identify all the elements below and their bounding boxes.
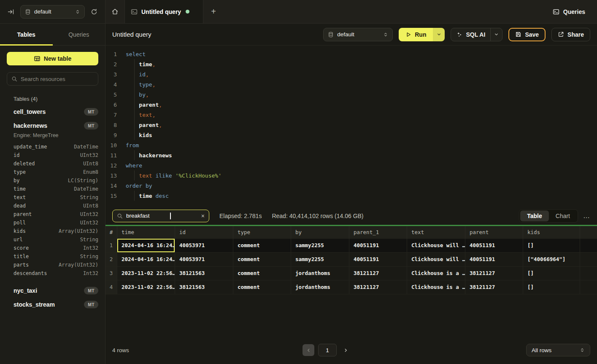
- table-cell[interactable]: jordanthoms: [291, 267, 349, 280]
- table-item-stocks_stream[interactable]: stocks_streamMT: [0, 297, 105, 311]
- table-cell[interactable]: comment: [233, 253, 291, 266]
- table-cell[interactable]: 2024-04-16 16:24…: [117, 239, 175, 252]
- table-cell[interactable]: 40053971: [175, 253, 233, 266]
- new-tab-button[interactable]: +: [203, 0, 224, 23]
- table-cell[interactable]: Clickhouse will …: [407, 253, 465, 266]
- sidebar-database-selector[interactable]: default: [20, 5, 85, 19]
- column-header-#[interactable]: #: [105, 226, 117, 239]
- column-row-parts[interactable]: partsArray(UInt32): [0, 261, 105, 269]
- table-cell[interactable]: Clickhouse is a …: [407, 267, 465, 280]
- column-header-time[interactable]: time: [117, 226, 175, 239]
- code-line-10[interactable]: 10from: [105, 140, 597, 150]
- save-button[interactable]: Save: [508, 28, 546, 41]
- code-line-12[interactable]: 12where: [105, 160, 597, 170]
- column-header-id[interactable]: id: [175, 226, 233, 239]
- code-line-15[interactable]: 15 time desc: [105, 191, 597, 201]
- column-header-type[interactable]: type: [233, 226, 291, 239]
- more-options-button[interactable]: …: [583, 212, 590, 220]
- column-row-score[interactable]: scoreInt32: [0, 244, 105, 252]
- table-cell[interactable]: jordanthoms: [291, 280, 349, 294]
- table-cell[interactable]: 40051191: [465, 253, 523, 266]
- next-page-button[interactable]: [340, 344, 351, 356]
- sql-editor[interactable]: 1select2 time,3 id,4 type,5 by,6 parent,…: [105, 46, 597, 207]
- table-cell[interactable]: 2024-04-16 16:24…: [117, 253, 175, 266]
- column-header-parent[interactable]: parent: [465, 226, 523, 239]
- table-item-cell_towers[interactable]: cell_towersMT: [0, 105, 105, 119]
- sidebar-tab-queries[interactable]: Queries: [53, 24, 105, 45]
- column-header-by[interactable]: by: [291, 226, 349, 239]
- table-cell[interactable]: 38121127: [349, 280, 407, 294]
- code-line-2[interactable]: 2 time,: [105, 59, 597, 69]
- table-cell[interactable]: 40051191: [465, 239, 523, 252]
- table-cell[interactable]: comment: [233, 239, 291, 252]
- table-cell[interactable]: 38121127: [349, 267, 407, 280]
- column-row-url[interactable]: urlString: [0, 235, 105, 244]
- resource-search-input[interactable]: [21, 76, 94, 82]
- table-cell[interactable]: comment: [233, 280, 291, 294]
- results-filter[interactable]: ×: [112, 210, 209, 222]
- column-row-parent[interactable]: parentUInt32: [0, 210, 105, 218]
- queries-button[interactable]: Queries: [548, 0, 597, 23]
- refresh-button[interactable]: [89, 7, 99, 17]
- view-tab-table[interactable]: Table: [520, 210, 549, 221]
- column-row-text[interactable]: textString: [0, 193, 105, 202]
- table-cell[interactable]: Clickhouse is a …: [407, 280, 465, 294]
- column-row-update_time[interactable]: update_timeDateTime: [0, 143, 105, 151]
- table-cell[interactable]: 38121563: [175, 280, 233, 294]
- table-cell[interactable]: []: [523, 267, 580, 280]
- table-cell[interactable]: 38121127: [465, 280, 523, 294]
- table-cell[interactable]: 2023-11-02 22:56…: [117, 267, 175, 280]
- prev-page-button[interactable]: [303, 344, 314, 356]
- table-cell[interactable]: sammy2255: [291, 239, 349, 252]
- page-size-selector[interactable]: All rows: [526, 344, 590, 356]
- column-row-dead[interactable]: deadUInt8: [0, 202, 105, 210]
- view-tab-chart[interactable]: Chart: [549, 210, 577, 221]
- table-cell[interactable]: 40051191: [349, 239, 407, 252]
- table-item-nyc_taxi[interactable]: nyc_taxiMT: [0, 283, 105, 297]
- code-line-3[interactable]: 3 id,: [105, 69, 597, 79]
- table-cell[interactable]: 38121563: [175, 267, 233, 280]
- code-line-9[interactable]: 9 kids: [105, 130, 597, 140]
- column-row-by[interactable]: byLC(String): [0, 176, 105, 185]
- new-table-button[interactable]: New table: [7, 52, 98, 65]
- results-filter-input[interactable]: [126, 213, 185, 219]
- code-line-8[interactable]: 8 parent,: [105, 120, 597, 130]
- table-cell[interactable]: 40053971: [175, 239, 233, 252]
- table-cell[interactable]: 2023-11-02 22:56…: [117, 280, 175, 294]
- code-line-7[interactable]: 7 text,: [105, 110, 597, 120]
- table-item-hackernews[interactable]: hackernewsMT: [0, 119, 105, 132]
- column-row-poll[interactable]: pollUInt32: [0, 218, 105, 227]
- table-cell[interactable]: []: [523, 280, 580, 294]
- page-number-input[interactable]: 1: [318, 344, 337, 356]
- column-header-parent_1[interactable]: parent_1: [349, 226, 407, 239]
- column-row-time[interactable]: timeDateTime: [0, 185, 105, 193]
- home-button[interactable]: [105, 0, 125, 23]
- column-row-type[interactable]: typeEnum8: [0, 168, 105, 176]
- collapse-sidebar-button[interactable]: [6, 7, 16, 17]
- table-cell[interactable]: 38121127: [465, 267, 523, 280]
- run-options-button[interactable]: [433, 28, 445, 41]
- column-header-kids[interactable]: kids: [523, 226, 580, 239]
- code-line-6[interactable]: 6 parent,: [105, 100, 597, 110]
- column-row-descendants[interactable]: descendantsInt32: [0, 269, 105, 278]
- code-line-14[interactable]: 14order by: [105, 181, 597, 191]
- share-button[interactable]: Share: [551, 28, 590, 41]
- column-row-kids[interactable]: kidsArray(UInt32): [0, 227, 105, 235]
- column-row-id[interactable]: idUInt32: [0, 151, 105, 159]
- table-cell[interactable]: Clickhouse will …: [407, 239, 465, 252]
- table-cell[interactable]: ["40066964"]: [523, 253, 580, 266]
- column-header-text[interactable]: text: [407, 226, 465, 239]
- column-row-deleted[interactable]: deletedUInt8: [0, 159, 105, 168]
- tab-untitled-query[interactable]: Untitled query: [125, 0, 203, 23]
- table-cell[interactable]: comment: [233, 267, 291, 280]
- table-cell[interactable]: 40051191: [349, 253, 407, 266]
- code-line-4[interactable]: 4 type,: [105, 79, 597, 89]
- sql-ai-options-button[interactable]: [490, 28, 502, 41]
- table-cell[interactable]: []: [523, 239, 580, 252]
- run-button[interactable]: Run: [399, 28, 433, 41]
- table-cell[interactable]: sammy2255: [291, 253, 349, 266]
- code-line-13[interactable]: 13 text ilike '%ClickHouse%': [105, 170, 597, 181]
- code-line-1[interactable]: 1select: [105, 49, 597, 59]
- resource-search[interactable]: [7, 72, 98, 86]
- sidebar-tab-tables[interactable]: Tables: [0, 24, 53, 45]
